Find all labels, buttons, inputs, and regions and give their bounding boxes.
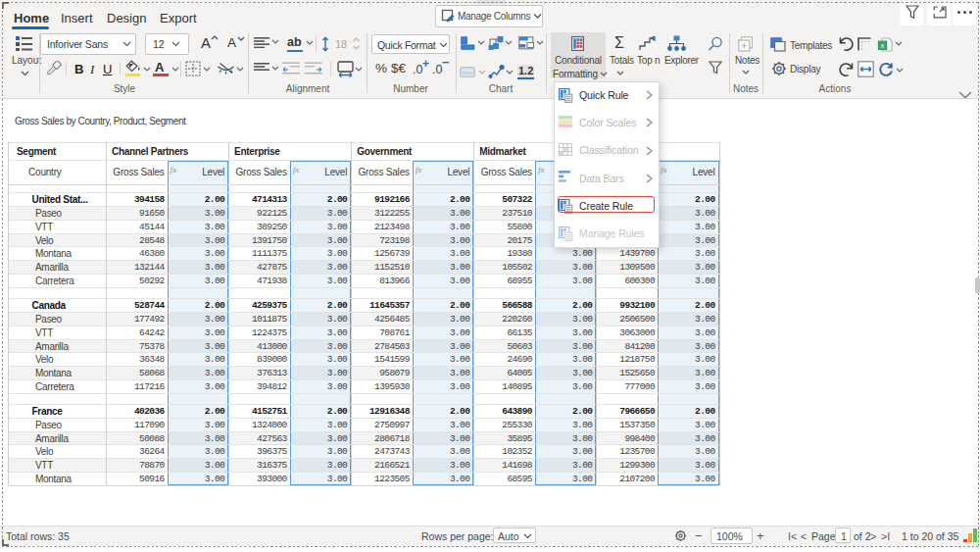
svg-text:x: x <box>881 41 885 50</box>
